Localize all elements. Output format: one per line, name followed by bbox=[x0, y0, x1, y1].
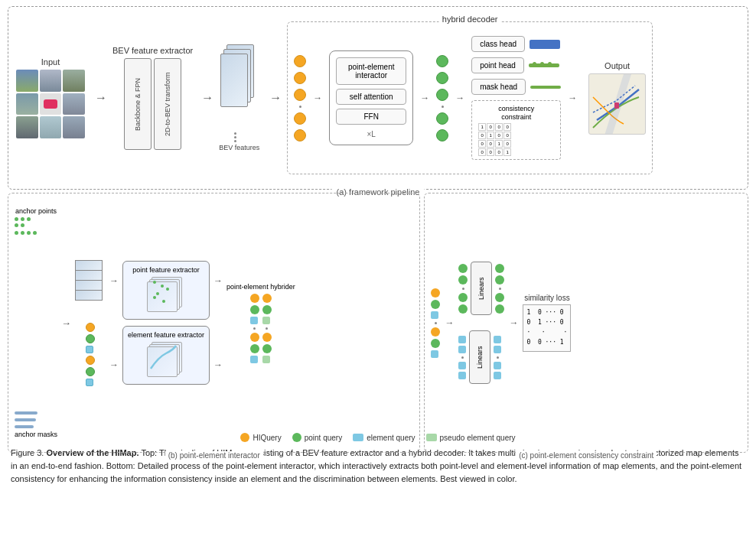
ap-dot-3 bbox=[27, 217, 31, 221]
orange-circle-2 bbox=[294, 72, 306, 84]
sim-row-2: 0 1 ··· 0 bbox=[526, 318, 567, 328]
mask-line-2 bbox=[15, 418, 36, 421]
img-building2 bbox=[63, 93, 85, 115]
orange-circle-5 bbox=[294, 129, 306, 141]
anchor-points-group: anchor points bbox=[15, 207, 57, 235]
green-circle-3 bbox=[436, 89, 448, 101]
top-in-queries bbox=[458, 264, 468, 314]
sim-row-4: 0 0 ··· 1 bbox=[526, 338, 567, 348]
toq-g2 bbox=[495, 275, 504, 285]
main-container: Input → BEV fea bbox=[0, 0, 756, 492]
h2-lg1 bbox=[262, 317, 270, 324]
point-head-row: point head bbox=[471, 57, 561, 73]
h-o2 bbox=[250, 333, 259, 342]
output-map bbox=[588, 73, 646, 135]
linears-section: Linears bbox=[458, 262, 504, 384]
arrow-features-decoder: → bbox=[269, 91, 282, 105]
tiq-g3 bbox=[458, 293, 468, 302]
cg-1: 1 bbox=[478, 123, 486, 131]
toq-g1 bbox=[495, 264, 504, 273]
cg-5: 0 bbox=[478, 132, 486, 139]
sim-row-3: · · · bbox=[526, 328, 567, 338]
cg-16: 1 bbox=[503, 148, 511, 156]
bottom-right-content: → Linears bbox=[431, 200, 741, 446]
arrow-input-bev: → bbox=[95, 91, 107, 105]
arrows-from-extractors: → → bbox=[213, 239, 223, 407]
self-attention-box: self attention bbox=[336, 89, 406, 105]
image-grid bbox=[16, 70, 85, 138]
cube-3 bbox=[220, 54, 248, 107]
bev-extractor-label: BEV feature extractor bbox=[112, 46, 193, 55]
interactor-box: point-element interactor self attention … bbox=[329, 50, 413, 145]
biq-dot bbox=[461, 356, 464, 359]
rq-b2 bbox=[431, 350, 438, 358]
input-label: Input bbox=[41, 57, 60, 67]
dot-3 bbox=[234, 140, 236, 142]
point-feature-extractor: point feature extractor bbox=[122, 261, 210, 320]
h2-o1 bbox=[262, 294, 272, 303]
bottom-main: anchor points bbox=[8, 193, 748, 422]
output-label: Output bbox=[604, 61, 630, 70]
bot-in-queries bbox=[458, 336, 466, 379]
bev-l3 bbox=[75, 280, 103, 291]
boq-dot bbox=[497, 356, 499, 359]
ap-dot-5 bbox=[21, 223, 24, 227]
hybrider-col-2 bbox=[262, 294, 272, 363]
anchor-col: anchor points bbox=[15, 200, 57, 446]
cg-12: 0 bbox=[503, 140, 511, 148]
qc-o1 bbox=[86, 323, 95, 332]
dot-mid bbox=[299, 106, 301, 108]
bev-extractor-block: BEV feature extractor Backbone & FPN 2D-… bbox=[112, 46, 193, 150]
top-linears-row: Linears bbox=[458, 262, 504, 315]
cg-15: 0 bbox=[495, 148, 503, 156]
point-head-box: point head bbox=[471, 57, 524, 73]
orange-circle-3 bbox=[294, 89, 306, 101]
green-circle-1 bbox=[436, 55, 448, 67]
top-out-queries bbox=[495, 264, 504, 314]
h-o1 bbox=[250, 294, 259, 303]
linears-box-bottom: Linears bbox=[469, 330, 490, 384]
dot-green-mid bbox=[442, 106, 444, 108]
green-col-output bbox=[436, 55, 448, 141]
ap-dot-1 bbox=[15, 217, 18, 221]
hybrider-col-1 bbox=[250, 294, 259, 363]
boq-b2 bbox=[494, 346, 501, 353]
output-block: Output bbox=[588, 61, 646, 135]
arrow-heads-output: → bbox=[568, 93, 577, 103]
bev-cube-bottom bbox=[75, 260, 106, 317]
hybrider-block: point-element hybrider bbox=[226, 283, 295, 363]
similarity-loss-block: similarity loss 1 0 ··· 0 0 1 ··· 0 · · … bbox=[523, 294, 571, 351]
stacked-pages-point bbox=[147, 277, 185, 311]
consistency-grid: 1 0 0 0 0 1 0 0 0 0 1 0 0 bbox=[478, 123, 554, 156]
rq-g2 bbox=[431, 339, 440, 348]
toq-dot bbox=[499, 288, 501, 290]
h2-g2 bbox=[262, 344, 272, 353]
boq-b1 bbox=[494, 336, 501, 343]
img-road2 bbox=[16, 93, 38, 115]
arrow-orange-interactor: → bbox=[313, 93, 322, 103]
input-block: Input bbox=[16, 57, 85, 138]
biq-b4 bbox=[458, 372, 466, 379]
hybrid-decoder-label: hybrid decoder bbox=[439, 15, 501, 24]
dot-1 bbox=[234, 132, 236, 135]
element-feature-extractor: element feature extractor bbox=[122, 326, 210, 385]
arrow-bev-features: → bbox=[201, 91, 213, 105]
input-queries-right bbox=[431, 288, 440, 358]
toq-g4 bbox=[495, 304, 504, 314]
anchor-masks-group: anchor masks bbox=[15, 411, 57, 438]
tiq-dot bbox=[462, 288, 464, 290]
ap-dot-9 bbox=[33, 231, 37, 235]
elem-feat-label: element feature extractor bbox=[128, 331, 204, 339]
arrow-to-point-ext: → bbox=[109, 275, 119, 286]
h-b1 bbox=[250, 317, 258, 324]
h2-g1 bbox=[262, 305, 272, 314]
tiq-g2 bbox=[458, 275, 468, 285]
rq-o1 bbox=[431, 288, 440, 298]
bottom-linears-row: Linears bbox=[458, 330, 504, 384]
sim-matrix: 1 0 ··· 0 0 1 ··· 0 · · · 0 0 ··· 1 bbox=[523, 304, 571, 351]
output-map-svg bbox=[589, 74, 646, 135]
queries-bev-col bbox=[75, 260, 106, 386]
green-circle-5 bbox=[436, 129, 448, 141]
class-head-row: class head bbox=[471, 36, 561, 52]
anchor-points-label: anchor points bbox=[15, 207, 57, 215]
